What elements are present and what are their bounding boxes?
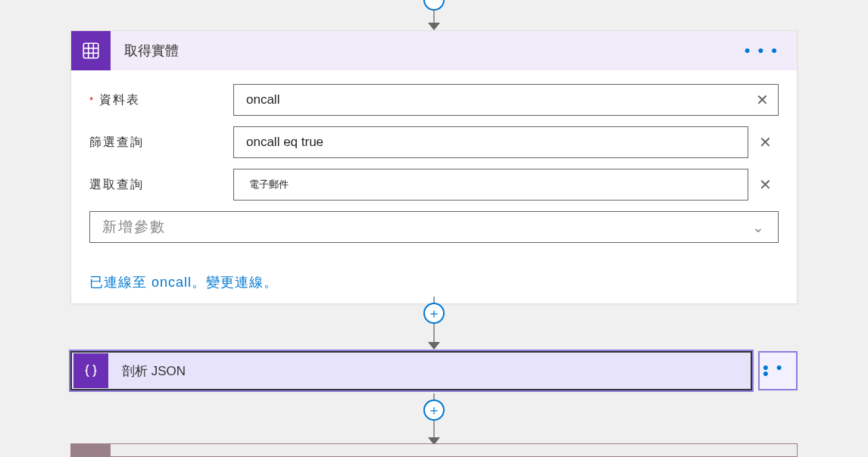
arrow-down-icon (428, 342, 440, 350)
step-header[interactable]: 取得實體 • • • (71, 31, 797, 70)
filter-input[interactable] (233, 126, 748, 158)
label-table: *資料表 (89, 92, 233, 108)
step-parse-json[interactable]: 剖析 JSON • • • (70, 351, 798, 390)
connector-bot: ＋ (423, 393, 445, 445)
label-select: 選取查詢 (89, 177, 233, 193)
add-step-button-mid[interactable]: ＋ (423, 303, 445, 324)
change-connection-link[interactable]: 變更連線。 (206, 275, 278, 290)
clear-table-button[interactable]: ✕ (753, 91, 771, 109)
step-title: 取得實體 (111, 42, 742, 60)
add-parameter-placeholder: 新增參數 (102, 217, 166, 237)
step-icon-partial (71, 444, 111, 456)
add-step-button-top[interactable]: ＋ (423, 0, 445, 11)
datasource-icon (71, 31, 111, 70)
dots-icon: • • • (760, 360, 796, 381)
add-parameter-dropdown[interactable]: 新增參數 ⌄ (89, 211, 779, 243)
step-below-partial[interactable] (70, 443, 798, 457)
add-step-button-bot[interactable]: ＋ (423, 399, 445, 421)
table-input[interactable] (233, 84, 779, 116)
select-input[interactable] (233, 169, 748, 201)
svg-rect-0 (83, 43, 98, 58)
clear-filter-button[interactable]: ✕ (756, 133, 774, 151)
step-menu-button[interactable]: • • • (742, 43, 782, 58)
required-icon: * (89, 95, 95, 106)
label-filter: 篩選查詢 (89, 135, 233, 151)
clear-select-button[interactable]: ✕ (756, 176, 774, 194)
chevron-down-icon: ⌄ (752, 219, 766, 236)
step2-title: 剖析 JSON (110, 362, 751, 380)
step2-menu-button[interactable]: • • • (758, 351, 798, 390)
connector-top: ＋ (423, 0, 445, 30)
arrow-down-icon (428, 23, 440, 30)
connector-mid: ＋ (423, 297, 445, 350)
json-icon (73, 353, 108, 388)
step-get-entities: 取得實體 • • • *資料表 ✕ 篩選查詢 ✕ (70, 30, 798, 304)
